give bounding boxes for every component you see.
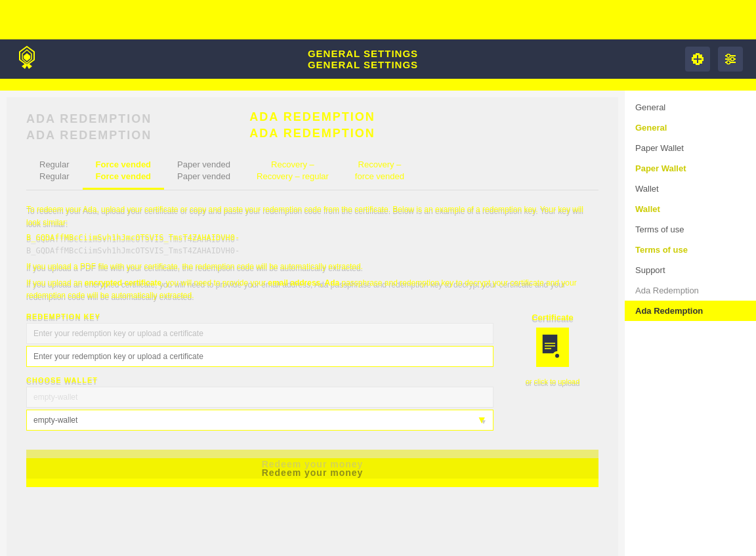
tab-force-vended-label1: Force vended <box>96 159 152 171</box>
main-layout: ADA REDEMPTION ADA REDEMPTION ADA REDEMP… <box>0 91 756 556</box>
sidebar-item-wallet[interactable]: Wallet <box>625 179 756 199</box>
svg-rect-11 <box>692 57 694 61</box>
svg-point-16 <box>727 54 730 58</box>
tab-regular-label1: Regular <box>39 159 70 171</box>
info-para2-text: If you upload a PDF file with your certi… <box>26 261 598 273</box>
tab-paper-vended-label1: Paper vended <box>177 159 230 171</box>
sidebar-item-support-label: Support <box>635 265 665 275</box>
para3-bold2: email address, Ada <box>268 278 339 288</box>
sidebar-item-paper-wallet-yellow[interactable]: Paper Wallet <box>625 158 756 179</box>
sidebar: General General Paper Wallet Paper Walle… <box>625 91 756 556</box>
info-para3-text: If you upload an encrypted certificate, … <box>26 277 598 302</box>
wallet-dropdown-shadow: empty-wallet <box>26 387 494 408</box>
sidebar-item-general-label: General <box>635 102 665 112</box>
sidebar-item-ada-redemption-active[interactable]: Ada Redemption <box>625 301 756 321</box>
sidebar-item-paper-wallet-label: Paper Wallet <box>635 143 684 153</box>
para3-mid: , you will need to provide your <box>161 278 268 288</box>
tab-force-vended[interactable]: Force vended Force vended <box>83 154 165 190</box>
banner-text: Some important notice text here for the … <box>295 8 461 32</box>
page-subtitle: ADA REDEMPTION <box>26 127 598 140</box>
cert-label: Certificate <box>532 312 574 322</box>
tab-recovery-regular[interactable]: Recovery – Recovery – regular <box>243 154 342 190</box>
tab-regular[interactable]: Regular Regular <box>26 154 83 190</box>
filter-icon <box>723 52 738 66</box>
form-right: Certificate Certificate <box>507 312 598 440</box>
cert-container: Certificate Certificate <box>532 312 574 322</box>
yellow-bar <box>0 79 756 91</box>
tab-regular-label2: Regular <box>39 171 70 182</box>
sidebar-item-ada-redemption-active-label: Ada Redemption <box>635 306 703 316</box>
sidebar-item-paper-wallet[interactable]: Paper Wallet <box>625 138 756 158</box>
header-title-main: GENERAL SETTINGS <box>41 48 685 59</box>
tabs-container: Regular Regular Force vended Force vende… <box>26 154 598 190</box>
settings-icon <box>690 52 705 66</box>
tab-force-vended-label2: Force vended <box>96 171 152 182</box>
sidebar-item-general[interactable]: General <box>625 97 756 118</box>
content-area: ADA REDEMPTION ADA REDEMPTION ADA REDEMP… <box>0 91 625 556</box>
page-subtitle-container: ADA REDEMPTION ADA REDEMPTION <box>26 127 598 140</box>
info-para1: To redeem your Ada, upload your certific… <box>26 203 598 228</box>
redemption-key-input-shadow <box>26 323 494 344</box>
logo-icon <box>13 45 41 73</box>
filter-icon-button[interactable] <box>718 47 743 72</box>
upload-text-container: or click to upload or click to upload <box>526 377 580 385</box>
settings-icon-button[interactable] <box>685 47 710 72</box>
svg-rect-12 <box>702 57 704 61</box>
tab-paper-vended[interactable]: Paper vended Paper vended <box>164 154 243 190</box>
svg-point-17 <box>731 58 734 61</box>
page-title-container: ADA REDEMPTION ADA REDEMPTION <box>26 110 598 124</box>
info-para1-text: To redeem your Ada, upload your certific… <box>26 203 598 228</box>
svg-rect-9 <box>696 53 700 55</box>
sidebar-item-general-yellow-label: General <box>635 123 667 133</box>
svg-marker-2 <box>24 53 30 61</box>
tab-paper-vended-label2: Paper vended <box>177 171 230 182</box>
wallet-dropdown[interactable]: empty-wallet empty wallet <box>26 410 494 431</box>
choose-wallet-field: CHOOSE WALLET CHOOSE WALLET empty-wallet <box>26 376 494 431</box>
wallet-dropdown-container: empty-wallet empty wallet ▼ ▼ <box>26 410 494 431</box>
sidebar-item-terms-yellow[interactable]: Terms of use <box>625 240 756 260</box>
card: ADA REDEMPTION ADA REDEMPTION ADA REDEMP… <box>7 97 618 556</box>
svg-point-25 <box>555 354 559 358</box>
redemption-label: REDEMPTION KEY <box>26 312 494 320</box>
svg-rect-19 <box>542 334 558 354</box>
para3-prefix: If you upload an <box>26 278 85 288</box>
redemption-key-field: REDEMPTION KEY REDEMPTION KEY <box>26 312 494 367</box>
sidebar-item-ada-redemption-label: Ada Redemption <box>635 286 699 295</box>
header-title-sub: GENERAL SETTINGS <box>41 59 685 70</box>
form-section: REDEMPTION KEY REDEMPTION KEY CHOOSE WAL… <box>26 312 598 440</box>
form-left: REDEMPTION KEY REDEMPTION KEY CHOOSE WAL… <box>26 312 494 440</box>
wallet-label: CHOOSE WALLET <box>26 376 494 384</box>
pdf-icon <box>541 333 564 362</box>
submit-button-shadow: Redeem your money <box>26 450 598 479</box>
sidebar-item-terms[interactable]: Terms of use <box>625 219 756 240</box>
info-para2: If you upload a PDF file with your certi… <box>26 261 598 273</box>
tab-recovery-force[interactable]: Recovery – force vended <box>342 154 417 190</box>
sidebar-item-wallet-label: Wallet <box>635 184 659 194</box>
sidebar-item-wallet-yellow-label: Wallet <box>635 204 660 214</box>
code-front: B_GQDAffMBcCiimSvh1hJmcOTSVIS_TmsT4ZAHAI… <box>26 233 598 242</box>
sidebar-item-ada-redemption[interactable]: Ada Redemption <box>625 280 756 301</box>
sidebar-item-terms-yellow-label: Terms of use <box>635 245 688 255</box>
wallet-dropdown-wrapper: empty-wallet empty-wallet empty wallet ▼ <box>26 387 494 431</box>
sidebar-item-wallet-yellow[interactable]: Wallet <box>625 199 756 219</box>
svg-point-18 <box>727 61 730 64</box>
svg-rect-10 <box>696 63 700 65</box>
header-icons <box>685 47 743 72</box>
info-para3: If you upload an encrypted certificate, … <box>26 277 598 302</box>
tab-recovery-force-label1: Recovery – <box>355 159 404 171</box>
wallet-label-container: CHOOSE WALLET CHOOSE WALLET <box>26 376 494 384</box>
redemption-key-input[interactable] <box>26 346 494 367</box>
sidebar-item-support[interactable]: Support <box>625 260 756 280</box>
header: GENERAL SETTINGS GENERAL SETTINGS <box>0 39 756 79</box>
sidebar-item-general-yellow[interactable]: General <box>625 118 756 138</box>
logo-area <box>13 45 41 73</box>
certificate-icon <box>536 328 569 367</box>
code-example2-container: B_GQDAffMBcCiimSvh1hJmcOTSVIS_TmsT4ZAHAI… <box>26 246 598 255</box>
tab-recovery-regular-label1: Recovery – <box>257 159 329 171</box>
tab-recovery-force-label2: force vended <box>355 171 404 182</box>
top-banner: Some important notice text here for the … <box>0 0 756 39</box>
para3-bold1: encrypted certificate <box>85 278 161 288</box>
sidebar-item-paper-wallet-yellow-label: Paper Wallet <box>635 163 686 173</box>
header-title: GENERAL SETTINGS GENERAL SETTINGS <box>41 48 685 70</box>
certificate-upload-button[interactable] <box>536 328 569 370</box>
